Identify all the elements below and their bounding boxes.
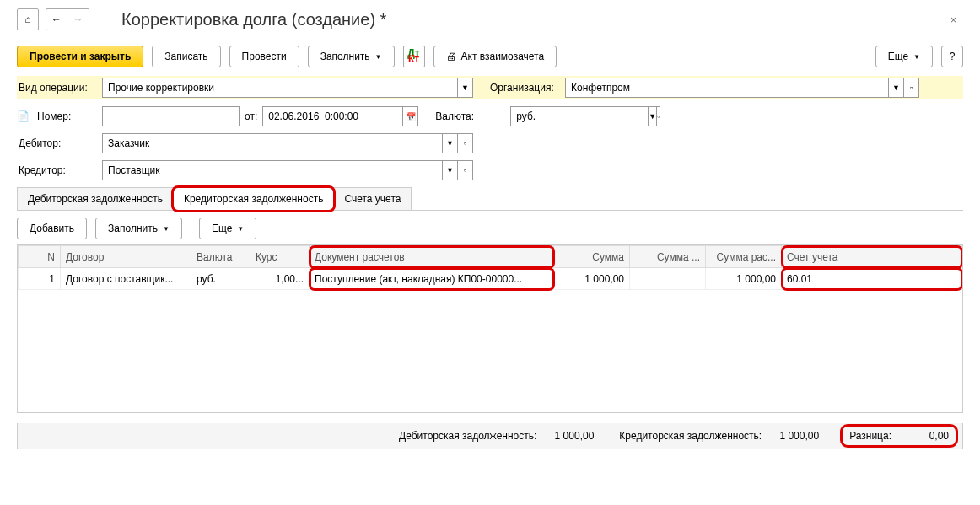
- date-input[interactable]: [262, 106, 403, 126]
- creditor-input[interactable]: [102, 160, 443, 180]
- add-button[interactable]: Добавить: [17, 218, 87, 239]
- th-rate[interactable]: Курс: [250, 246, 310, 268]
- td-sum3[interactable]: 1 000,00: [706, 268, 782, 290]
- write-button[interactable]: Записать: [152, 46, 220, 67]
- chevron-down-icon: ▼: [237, 225, 244, 233]
- dropdown-button[interactable]: ▼: [443, 160, 458, 180]
- table-row[interactable]: 1 Договор с поставщик... руб. 1,00... По…: [19, 268, 962, 290]
- td-doc[interactable]: Поступление (акт, накладная) КП00-00000.…: [310, 268, 554, 290]
- td-n[interactable]: 1: [19, 268, 61, 290]
- open-button[interactable]: ▫: [657, 106, 660, 126]
- dtkt-button[interactable]: ДтКт: [403, 46, 425, 67]
- open-button[interactable]: ▫: [904, 78, 919, 98]
- submit-button[interactable]: Провести: [229, 46, 299, 67]
- more-button[interactable]: Еще ▼: [875, 46, 933, 67]
- th-contract[interactable]: Договор: [61, 246, 191, 268]
- page-title: Корректировка долга (создание) *: [121, 10, 386, 30]
- td-sum[interactable]: 1 000,00: [554, 268, 630, 290]
- dropdown-button[interactable]: ▼: [443, 133, 458, 153]
- open-button[interactable]: ▫: [458, 133, 473, 153]
- open-button[interactable]: ▫: [458, 160, 473, 180]
- submit-close-button[interactable]: Провести и закрыть: [17, 46, 143, 67]
- fill-table-button[interactable]: Заполнить ▼: [95, 218, 182, 239]
- footer-deb-label: Дебиторская задолженность:: [399, 430, 536, 442]
- tab-creditor[interactable]: Кредиторская задолженность: [173, 187, 334, 211]
- help-button[interactable]: ?: [941, 46, 963, 67]
- close-icon: ×: [950, 14, 956, 26]
- chevron-down-icon: ▼: [375, 53, 382, 61]
- act-button[interactable]: 🖨 Акт взаимозачета: [433, 46, 557, 67]
- td-account[interactable]: 60.01: [782, 268, 962, 290]
- td-sum2[interactable]: [630, 268, 706, 290]
- calendar-button[interactable]: 📅: [403, 106, 418, 126]
- debtor-label: Дебитор:: [17, 137, 97, 149]
- fill-button[interactable]: Заполнить ▼: [308, 46, 395, 67]
- dtkt-icon: ДтКт: [407, 51, 419, 62]
- arrow-right-icon: →: [73, 13, 83, 25]
- th-doc[interactable]: Документ расчетов: [310, 246, 554, 268]
- number-label: Номер:: [35, 110, 97, 122]
- footer-cred-value: 1 000,00: [768, 430, 819, 442]
- th-sum2[interactable]: Сумма ...: [630, 246, 706, 268]
- op-type-label: Вид операции:: [17, 82, 97, 94]
- org-input[interactable]: [565, 78, 889, 98]
- currency-label: Валюта:: [433, 110, 505, 122]
- footer-diff-label: Разница:: [849, 430, 891, 442]
- date-from-label: от:: [245, 110, 257, 122]
- dropdown-button[interactable]: ▼: [649, 106, 657, 126]
- arrow-left-icon: ←: [51, 13, 62, 25]
- td-rate[interactable]: 1,00...: [250, 268, 310, 290]
- print-icon: 🖨: [446, 51, 456, 62]
- home-icon: ⌂: [24, 13, 30, 25]
- td-currency[interactable]: руб.: [191, 268, 250, 290]
- td-contract[interactable]: Договор с поставщик...: [61, 268, 191, 290]
- chevron-down-icon: ▼: [163, 225, 170, 233]
- tab-accounts[interactable]: Счета учета: [333, 187, 412, 210]
- footer-cred-label: Кредиторская задолженность:: [619, 430, 762, 442]
- doc-icon: 📄: [17, 110, 30, 122]
- th-sum3[interactable]: Сумма рас...: [706, 246, 782, 268]
- op-type-input[interactable]: [102, 78, 458, 98]
- debtor-input[interactable]: [102, 133, 443, 153]
- close-button[interactable]: ×: [944, 9, 963, 30]
- footer-deb-value: 1 000,00: [543, 430, 594, 442]
- org-label: Организация:: [488, 82, 560, 94]
- th-currency[interactable]: Валюта: [191, 246, 250, 268]
- creditor-label: Кредитор:: [17, 164, 97, 176]
- chevron-down-icon: ▼: [913, 53, 920, 61]
- forward-button[interactable]: →: [67, 8, 89, 30]
- currency-input[interactable]: [510, 106, 649, 126]
- back-button[interactable]: ←: [46, 8, 67, 30]
- dropdown-button[interactable]: ▼: [458, 78, 473, 98]
- home-button[interactable]: ⌂: [17, 8, 39, 30]
- number-input[interactable]: [102, 106, 240, 126]
- dropdown-button[interactable]: ▼: [889, 78, 904, 98]
- tab-debtor[interactable]: Дебиторская задолженность: [17, 187, 174, 210]
- footer-diff-value: 0,00: [898, 430, 949, 442]
- th-account[interactable]: Счет учета: [782, 246, 962, 268]
- th-sum[interactable]: Сумма: [554, 246, 630, 268]
- th-n[interactable]: N: [19, 246, 61, 268]
- more-table-button[interactable]: Еще ▼: [199, 218, 256, 239]
